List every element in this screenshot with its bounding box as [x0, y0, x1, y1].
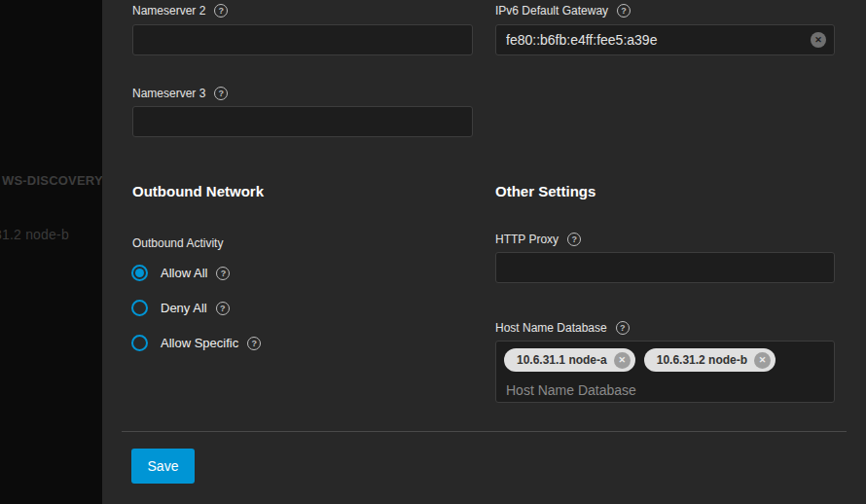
outbound-activity-label: Outbound Activity — [132, 236, 223, 250]
http-proxy-input[interactable] — [495, 252, 835, 283]
network-settings-screen: WS-DISCOVERY 31.2 node-b Nameserver 2 ? … — [0, 0, 866, 504]
outbound-network-title: Outbound Network — [132, 183, 264, 199]
radio-option-allow-specific[interactable]: Allow Specific ? — [131, 335, 261, 351]
background-page-strip: WS-DISCOVERY 31.2 node-b — [0, 0, 102, 504]
network-settings-panel: Nameserver 2 ? Nameserver 3 ? IPv6 Defau… — [102, 0, 866, 504]
ipv6-gateway-input[interactable] — [495, 24, 835, 55]
radio-label-deny-all: Deny All — [161, 301, 207, 315]
nameserver2-label-row: Nameserver 2 ? — [132, 4, 228, 18]
footer-divider — [122, 431, 847, 432]
ipv6-gateway-clear-icon[interactable]: ✕ — [811, 32, 826, 48]
host-name-database-help-icon[interactable]: ? — [616, 321, 630, 335]
host-name-database-input[interactable]: 10.6.31.1 node-a ✕ 10.6.31.2 node-b ✕ Ho… — [495, 341, 835, 403]
radio-circle-allow-specific[interactable] — [131, 335, 148, 351]
nameserver3-label: Nameserver 3 — [132, 87, 205, 100]
host-name-database-placeholder[interactable]: Host Name Database — [506, 382, 826, 398]
allow-all-help-icon[interactable]: ? — [216, 267, 230, 280]
deny-all-help-icon[interactable]: ? — [216, 302, 230, 315]
background-truncated-text-ws-discovery: WS-DISCOVERY — [2, 173, 102, 188]
nameserver2-help-icon[interactable]: ? — [214, 4, 228, 18]
save-button[interactable]: Save — [131, 449, 195, 484]
ipv6-gateway-help-icon[interactable]: ? — [617, 4, 631, 18]
chip-node-b[interactable]: 10.6.31.2 node-b ✕ — [644, 348, 776, 372]
nameserver3-help-icon[interactable]: ? — [214, 87, 228, 100]
outbound-activity-label-row: Outbound Activity — [132, 236, 223, 250]
http-proxy-label: HTTP Proxy — [495, 233, 559, 246]
nameserver2-input[interactable] — [132, 24, 473, 55]
http-proxy-help-icon[interactable]: ? — [567, 233, 581, 246]
http-proxy-label-row: HTTP Proxy ? — [495, 233, 581, 246]
allow-specific-help-icon[interactable]: ? — [247, 337, 261, 350]
chip-node-a[interactable]: 10.6.31.1 node-a ✕ — [504, 348, 635, 372]
host-name-database-label: Host Name Database — [495, 321, 607, 335]
nameserver3-label-row: Nameserver 3 ? — [132, 87, 228, 100]
radio-option-allow-all[interactable]: Allow All ? — [131, 265, 230, 281]
host-name-database-label-row: Host Name Database ? — [495, 321, 630, 335]
radio-circle-allow-all[interactable] — [131, 265, 148, 281]
background-truncated-text-node-b: 31.2 node-b — [0, 227, 69, 242]
chip-node-a-remove-icon[interactable]: ✕ — [614, 352, 631, 369]
chip-node-b-label: 10.6.31.2 node-b — [657, 353, 747, 367]
nameserver3-input[interactable] — [132, 106, 473, 137]
other-settings-title: Other Settings — [495, 183, 595, 199]
ipv6-gateway-label: IPv6 Default Gateway — [495, 4, 608, 18]
radio-circle-deny-all[interactable] — [131, 300, 148, 316]
chip-node-a-label: 10.6.31.1 node-a — [517, 353, 607, 367]
ipv6-gateway-label-row: IPv6 Default Gateway ? — [495, 4, 631, 18]
host-name-database-chips: 10.6.31.1 node-a ✕ 10.6.31.2 node-b ✕ — [504, 348, 826, 372]
radio-label-allow-specific: Allow Specific — [161, 336, 238, 350]
radio-label-allow-all: Allow All — [161, 266, 207, 280]
chip-node-b-remove-icon[interactable]: ✕ — [754, 352, 771, 369]
ipv6-gateway-field: ✕ — [495, 24, 835, 55]
radio-option-deny-all[interactable]: Deny All ? — [131, 300, 230, 316]
nameserver2-label: Nameserver 2 — [132, 4, 205, 18]
